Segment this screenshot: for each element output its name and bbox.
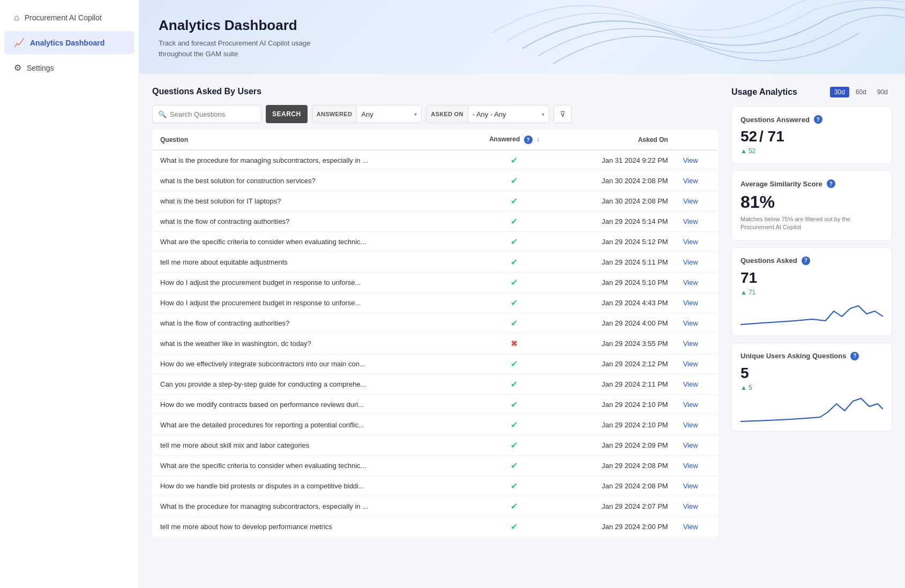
sidebar-item-analytics[interactable]: 📈 Analytics Dashboard xyxy=(4,31,134,54)
sort-icon: ↓ xyxy=(536,135,540,143)
view-link[interactable]: View xyxy=(683,421,698,429)
view-link[interactable]: View xyxy=(683,502,698,510)
time-btn-30d[interactable]: 30d xyxy=(830,87,849,97)
view-cell[interactable]: View xyxy=(676,476,719,496)
view-cell[interactable]: View xyxy=(676,313,719,334)
view-link[interactable]: View xyxy=(683,462,698,470)
view-cell[interactable]: View xyxy=(676,334,719,354)
answered-cell: ✔ xyxy=(468,435,561,456)
col-asked-on: Asked On xyxy=(560,130,675,150)
avg-similarity-note: Matches below 75% are filtered out by th… xyxy=(741,215,883,232)
view-cell[interactable]: View xyxy=(676,456,719,476)
view-cell[interactable]: View xyxy=(676,293,719,313)
view-link[interactable]: View xyxy=(683,340,698,348)
check-yes-icon: ✔ xyxy=(511,380,518,389)
check-no-icon: ✖ xyxy=(511,339,518,348)
view-cell[interactable]: View xyxy=(676,435,719,456)
search-button[interactable]: SEARCH xyxy=(266,105,308,123)
unique-users-delta: ▲ 5 xyxy=(741,384,883,391)
question-cell: tell me more about equitable adjustments xyxy=(153,252,468,273)
answered-cell: ✖ xyxy=(468,334,561,354)
avg-similarity-card: Average Similarity Score ? 81% Matches b… xyxy=(731,170,892,241)
table-row: What are the detailed procedures for rep… xyxy=(153,415,719,435)
answered-cell: ✔ xyxy=(468,476,561,496)
view-link[interactable]: View xyxy=(683,523,698,531)
view-link[interactable]: View xyxy=(683,238,698,246)
view-cell[interactable]: View xyxy=(676,232,719,252)
view-link[interactable]: View xyxy=(683,299,698,307)
table-row: What is the procedure for managing subco… xyxy=(153,150,719,171)
view-link[interactable]: View xyxy=(683,177,698,185)
check-yes-icon: ✔ xyxy=(511,258,518,267)
questions-asked-title: Questions Asked ? xyxy=(741,257,883,265)
unique-users-help-icon: ? xyxy=(850,352,859,360)
answered-cell: ✔ xyxy=(468,171,561,191)
question-cell: what is the flow of contracting authorit… xyxy=(153,313,468,334)
view-cell[interactable]: View xyxy=(676,415,719,435)
askedon-filter-label: ASKED ON xyxy=(427,105,468,123)
view-cell[interactable]: View xyxy=(676,171,719,191)
asked-on-cell: Jan 29 2024 2:08 PM xyxy=(560,476,675,496)
table-row: what is the flow of contracting authorit… xyxy=(153,212,719,232)
check-yes-icon: ✔ xyxy=(511,400,518,409)
view-link[interactable]: View xyxy=(683,360,698,368)
table-row: How do we effectively integrate subcontr… xyxy=(153,354,719,374)
view-cell[interactable]: View xyxy=(676,517,719,537)
view-cell[interactable]: View xyxy=(676,252,719,273)
avg-similarity-title: Average Similarity Score ? xyxy=(741,179,883,188)
question-cell: What are the specific criteria to consid… xyxy=(153,232,468,252)
view-link[interactable]: View xyxy=(683,156,698,164)
time-btn-90d[interactable]: 90d xyxy=(873,87,892,97)
questions-asked-card: Questions Asked ? 71 ▲ 71 xyxy=(731,247,892,336)
sidebar-item-label: Settings xyxy=(27,64,54,72)
filter-icon-button[interactable]: ⊽ xyxy=(554,105,572,123)
view-cell[interactable]: View xyxy=(676,354,719,374)
view-link[interactable]: View xyxy=(683,482,698,490)
view-link[interactable]: View xyxy=(683,278,698,287)
sidebar-item-procurement[interactable]: ⌂ Procurement AI Copilot xyxy=(4,6,134,29)
table-row: Can you provide a step-by-step guide for… xyxy=(153,374,719,395)
answered-filter-label: ANSWERED xyxy=(312,105,357,123)
view-link[interactable]: View xyxy=(683,217,698,225)
asked-on-cell: Jan 30 2024 2:08 PM xyxy=(560,191,675,212)
view-link[interactable]: View xyxy=(683,380,698,388)
answered-cell: ✔ xyxy=(468,252,561,273)
askedon-select[interactable]: - Any - Any xyxy=(468,110,549,118)
question-cell: How do we effectively integrate subcontr… xyxy=(153,354,468,374)
check-yes-icon: ✔ xyxy=(511,237,518,246)
gear-icon: ⚙ xyxy=(14,63,21,73)
asked-on-cell: Jan 30 2024 2:08 PM xyxy=(560,171,675,191)
asked-on-cell: Jan 29 2024 2:11 PM xyxy=(560,374,675,395)
check-yes-icon: ✔ xyxy=(511,156,518,165)
sidebar-item-settings[interactable]: ⚙ Settings xyxy=(4,56,134,79)
filter-bar: 🔍 SEARCH ANSWERED Any Yes No ASK xyxy=(152,105,719,123)
asked-on-cell: Jan 29 2024 2:08 PM xyxy=(560,456,675,476)
view-cell[interactable]: View xyxy=(676,150,719,171)
home-icon: ⌂ xyxy=(14,13,19,22)
col-question: Question xyxy=(153,130,468,150)
view-cell[interactable]: View xyxy=(676,496,719,517)
table-row: What is the procedure for managing subco… xyxy=(153,496,719,517)
check-yes-icon: ✔ xyxy=(511,298,518,307)
answered-select[interactable]: Any Yes No xyxy=(357,110,421,118)
view-link[interactable]: View xyxy=(683,319,698,327)
questions-answered-title: Questions Answered ? xyxy=(741,115,883,124)
view-cell[interactable]: View xyxy=(676,374,719,395)
search-input[interactable] xyxy=(170,110,256,118)
view-cell[interactable]: View xyxy=(676,191,719,212)
view-link[interactable]: View xyxy=(683,401,698,409)
view-link[interactable]: View xyxy=(683,258,698,266)
view-link[interactable]: View xyxy=(683,197,698,205)
view-cell[interactable]: View xyxy=(676,273,719,293)
view-cell[interactable]: View xyxy=(676,395,719,415)
answered-cell: ✔ xyxy=(468,517,561,537)
filter-icon: ⊽ xyxy=(560,110,565,118)
view-link[interactable]: View xyxy=(683,441,698,449)
check-yes-icon: ✔ xyxy=(511,481,518,491)
asked-on-cell: Jan 29 2024 4:43 PM xyxy=(560,293,675,313)
answered-select-wrap: Any Yes No xyxy=(357,110,421,118)
answered-cell: ✔ xyxy=(468,374,561,395)
asked-on-cell: Jan 29 2024 5:10 PM xyxy=(560,273,675,293)
time-btn-60d[interactable]: 60d xyxy=(851,87,871,97)
view-cell[interactable]: View xyxy=(676,212,719,232)
